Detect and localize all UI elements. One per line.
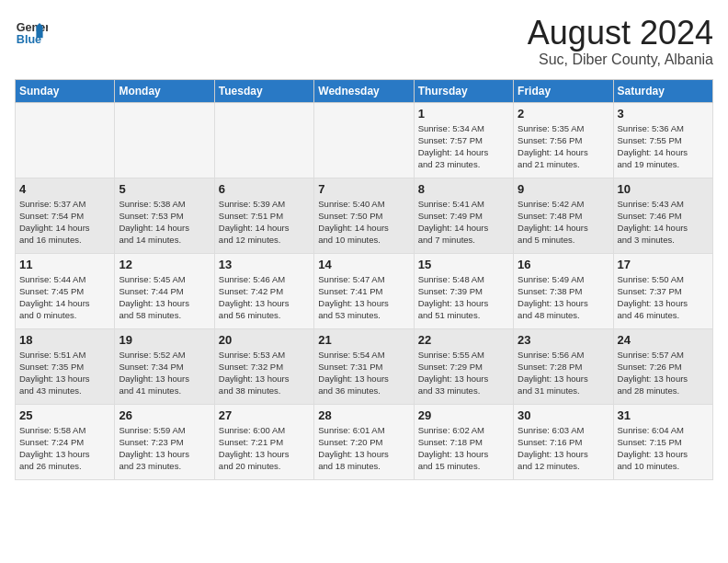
calendar-cell: 9Sunrise: 5:42 AM Sunset: 7:48 PM Daylig… [514,178,613,253]
calendar-cell: 31Sunrise: 6:04 AM Sunset: 7:15 PM Dayli… [613,404,712,479]
logo-icon: General Blue [15,15,48,48]
calendar-cell: 4Sunrise: 5:37 AM Sunset: 7:54 PM Daylig… [16,178,115,253]
day-number: 25 [19,408,110,422]
calendar-cell [214,102,313,178]
day-number: 10 [618,182,709,196]
day-number: 29 [418,408,509,422]
day-info: Sunrise: 5:35 AM Sunset: 7:56 PM Dayligh… [518,122,609,171]
day-number: 31 [618,408,709,422]
calendar-cell: 28Sunrise: 6:01 AM Sunset: 7:20 PM Dayli… [314,404,414,479]
weekday-header-saturday: Saturday [613,79,712,102]
day-info: Sunrise: 6:01 AM Sunset: 7:20 PM Dayligh… [318,424,409,473]
day-number: 13 [219,258,310,271]
calendar-cell: 26Sunrise: 5:59 AM Sunset: 7:23 PM Dayli… [115,404,214,479]
day-number: 27 [219,408,310,422]
calendar-week-row: 4Sunrise: 5:37 AM Sunset: 7:54 PM Daylig… [16,178,713,253]
calendar-cell: 21Sunrise: 5:54 AM Sunset: 7:31 PM Dayli… [314,328,414,404]
day-number: 28 [318,408,409,422]
calendar-cell: 27Sunrise: 6:00 AM Sunset: 7:21 PM Dayli… [214,404,313,479]
day-info: Sunrise: 5:43 AM Sunset: 7:46 PM Dayligh… [618,198,709,247]
calendar-table: SundayMondayTuesdayWednesdayThursdayFrid… [15,79,713,480]
weekday-header-sunday: Sunday [16,79,115,102]
day-number: 6 [219,182,310,196]
weekday-header-tuesday: Tuesday [214,79,313,102]
day-info: Sunrise: 5:49 AM Sunset: 7:38 PM Dayligh… [518,273,609,322]
day-number: 24 [618,333,709,347]
day-number: 7 [318,182,409,196]
day-info: Sunrise: 5:47 AM Sunset: 7:41 PM Dayligh… [318,273,409,322]
calendar-cell: 10Sunrise: 5:43 AM Sunset: 7:46 PM Dayli… [613,178,712,253]
calendar-week-row: 25Sunrise: 5:58 AM Sunset: 7:24 PM Dayli… [16,404,713,479]
calendar-cell: 22Sunrise: 5:55 AM Sunset: 7:29 PM Dayli… [414,328,513,404]
calendar-cell: 1Sunrise: 5:34 AM Sunset: 7:57 PM Daylig… [414,102,513,178]
day-info: Sunrise: 5:53 AM Sunset: 7:32 PM Dayligh… [219,349,310,397]
calendar-cell: 8Sunrise: 5:41 AM Sunset: 7:49 PM Daylig… [414,178,513,253]
calendar-cell: 6Sunrise: 5:39 AM Sunset: 7:51 PM Daylig… [214,178,313,253]
weekday-header-wednesday: Wednesday [314,79,414,102]
page-subtitle: Suc, Diber County, Albania [528,52,713,68]
weekday-header-row: SundayMondayTuesdayWednesdayThursdayFrid… [16,79,713,102]
day-number: 11 [19,258,110,271]
day-number: 30 [518,408,609,422]
calendar-cell: 20Sunrise: 5:53 AM Sunset: 7:32 PM Dayli… [214,328,313,404]
weekday-header-friday: Friday [514,79,613,102]
day-info: Sunrise: 5:36 AM Sunset: 7:55 PM Dayligh… [618,122,709,171]
day-number: 2 [518,107,609,121]
day-number: 22 [418,333,509,347]
day-info: Sunrise: 5:40 AM Sunset: 7:50 PM Dayligh… [318,198,409,247]
calendar-cell: 30Sunrise: 6:03 AM Sunset: 7:16 PM Dayli… [514,404,613,479]
day-number: 4 [19,182,110,196]
calendar-cell [115,102,214,178]
day-number: 21 [318,333,409,347]
day-number: 9 [518,182,609,196]
calendar-cell: 13Sunrise: 5:46 AM Sunset: 7:42 PM Dayli… [214,253,313,328]
logo: General Blue [15,15,48,48]
calendar-cell: 3Sunrise: 5:36 AM Sunset: 7:55 PM Daylig… [613,102,712,178]
day-info: Sunrise: 5:38 AM Sunset: 7:53 PM Dayligh… [119,198,210,247]
calendar-cell [314,102,414,178]
day-info: Sunrise: 5:54 AM Sunset: 7:31 PM Dayligh… [318,349,409,397]
day-number: 23 [518,333,609,347]
calendar-week-row: 1Sunrise: 5:34 AM Sunset: 7:57 PM Daylig… [16,102,713,178]
day-info: Sunrise: 5:51 AM Sunset: 7:35 PM Dayligh… [19,349,110,397]
day-info: Sunrise: 5:52 AM Sunset: 7:34 PM Dayligh… [119,349,210,397]
calendar-cell: 23Sunrise: 5:56 AM Sunset: 7:28 PM Dayli… [514,328,613,404]
day-number: 1 [418,107,509,121]
calendar-cell: 11Sunrise: 5:44 AM Sunset: 7:45 PM Dayli… [16,253,115,328]
day-number: 16 [518,258,609,271]
page-header: General Blue August 2024 Suc, Diber Coun… [15,15,713,68]
day-number: 14 [318,258,409,271]
calendar-cell: 7Sunrise: 5:40 AM Sunset: 7:50 PM Daylig… [314,178,414,253]
day-info: Sunrise: 5:39 AM Sunset: 7:51 PM Dayligh… [219,198,310,247]
day-info: Sunrise: 5:57 AM Sunset: 7:26 PM Dayligh… [618,349,709,397]
calendar-cell: 29Sunrise: 6:02 AM Sunset: 7:18 PM Dayli… [414,404,513,479]
calendar-cell: 15Sunrise: 5:48 AM Sunset: 7:39 PM Dayli… [414,253,513,328]
calendar-cell: 17Sunrise: 5:50 AM Sunset: 7:37 PM Dayli… [613,253,712,328]
day-info: Sunrise: 5:46 AM Sunset: 7:42 PM Dayligh… [219,273,310,322]
day-info: Sunrise: 6:03 AM Sunset: 7:16 PM Dayligh… [518,424,609,473]
day-number: 15 [418,258,509,271]
day-info: Sunrise: 5:59 AM Sunset: 7:23 PM Dayligh… [119,424,210,473]
day-number: 20 [219,333,310,347]
weekday-header-thursday: Thursday [414,79,513,102]
day-info: Sunrise: 5:55 AM Sunset: 7:29 PM Dayligh… [418,349,509,397]
day-info: Sunrise: 6:04 AM Sunset: 7:15 PM Dayligh… [618,424,709,473]
page-title: August 2024 [528,15,713,52]
day-number: 26 [119,408,210,422]
calendar-cell [16,102,115,178]
calendar-cell: 24Sunrise: 5:57 AM Sunset: 7:26 PM Dayli… [613,328,712,404]
calendar-cell: 25Sunrise: 5:58 AM Sunset: 7:24 PM Dayli… [16,404,115,479]
day-info: Sunrise: 5:56 AM Sunset: 7:28 PM Dayligh… [518,349,609,397]
day-info: Sunrise: 5:34 AM Sunset: 7:57 PM Dayligh… [418,122,509,171]
calendar-cell: 16Sunrise: 5:49 AM Sunset: 7:38 PM Dayli… [514,253,613,328]
calendar-cell: 2Sunrise: 5:35 AM Sunset: 7:56 PM Daylig… [514,102,613,178]
day-info: Sunrise: 6:02 AM Sunset: 7:18 PM Dayligh… [418,424,509,473]
calendar-cell: 19Sunrise: 5:52 AM Sunset: 7:34 PM Dayli… [115,328,214,404]
day-number: 8 [418,182,509,196]
day-number: 3 [618,107,709,121]
day-number: 18 [19,333,110,347]
day-info: Sunrise: 5:45 AM Sunset: 7:44 PM Dayligh… [119,273,210,322]
day-info: Sunrise: 5:37 AM Sunset: 7:54 PM Dayligh… [19,198,110,247]
day-info: Sunrise: 5:44 AM Sunset: 7:45 PM Dayligh… [19,273,110,322]
day-info: Sunrise: 5:41 AM Sunset: 7:49 PM Dayligh… [418,198,509,247]
